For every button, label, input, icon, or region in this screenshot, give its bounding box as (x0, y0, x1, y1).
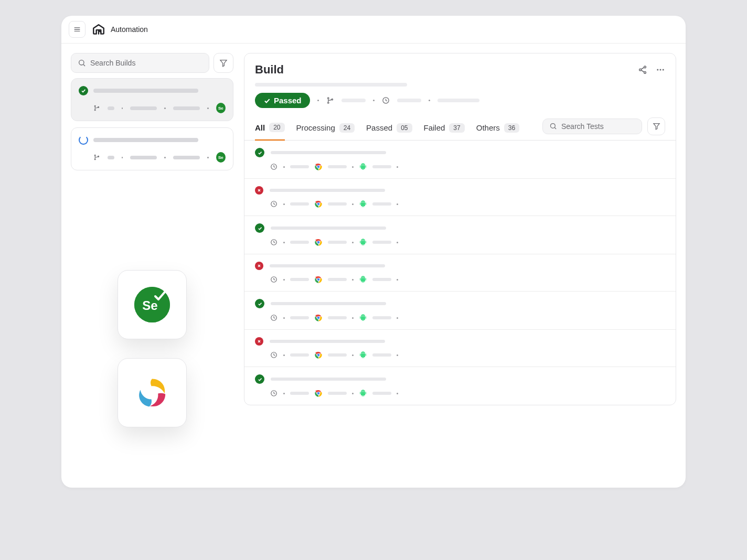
search-tests-placeholder: Search Tests (561, 122, 604, 131)
separator-dot (283, 393, 285, 394)
spinner-icon (79, 135, 88, 145)
clock-icon (270, 314, 278, 322)
skeleton (290, 353, 309, 357)
build-card[interactable]: Se (71, 78, 233, 121)
menu-button[interactable] (69, 21, 86, 38)
svg-rect-90 (366, 392, 366, 394)
svg-point-70 (364, 315, 364, 315)
skeleton (290, 316, 309, 319)
test-title-row (255, 223, 665, 233)
chrome-icon (314, 200, 323, 208)
separator-dot (352, 279, 354, 281)
more-button[interactable] (656, 65, 665, 74)
separator-dot (283, 242, 285, 243)
skeleton (271, 151, 386, 154)
logo: Automation (92, 23, 148, 36)
floating-logo-cards: Se (71, 270, 233, 427)
separator-dot (352, 242, 354, 243)
status-pass-icon (255, 374, 264, 384)
tab-all[interactable]: All 20 (255, 116, 285, 141)
search-builds-input[interactable]: Search Builds (71, 53, 209, 73)
svg-marker-28 (653, 124, 659, 130)
filter-icon (653, 122, 660, 130)
detail-header: Build Passed (244, 53, 676, 116)
chrome-icon (314, 275, 323, 284)
selenium-logo-icon: Se (134, 287, 170, 322)
skeleton (328, 165, 347, 168)
tab-label: Passed (366, 123, 392, 132)
build-card-title-row (79, 135, 226, 145)
svg-point-51 (362, 239, 362, 240)
tab-label: All (255, 123, 265, 132)
svg-point-6 (94, 105, 95, 106)
search-builds-placeholder: Search Builds (90, 59, 135, 67)
separator-dot (317, 100, 319, 101)
skeleton (372, 353, 391, 357)
filter-tests-button[interactable] (647, 117, 665, 135)
skeleton (271, 302, 386, 305)
separator-dot (207, 107, 209, 109)
skeleton (130, 106, 157, 110)
status-fail-icon (255, 186, 263, 195)
separator-dot (352, 354, 354, 356)
skeleton (290, 241, 309, 244)
chrome-icon (314, 238, 323, 246)
separator-dot (283, 166, 285, 168)
svg-point-7 (94, 110, 95, 111)
status-passed-pill: Passed (255, 93, 310, 108)
android-icon (359, 238, 367, 246)
status-pass-icon (255, 148, 264, 157)
svg-rect-53 (360, 241, 360, 243)
tab-processing[interactable]: Processing 24 (296, 117, 355, 140)
build-card-meta-row: Se (79, 103, 226, 113)
build-card[interactable]: Se (71, 127, 233, 170)
clock-icon (270, 389, 278, 397)
separator-dot (397, 242, 398, 243)
selenium-card: Se (118, 270, 187, 339)
skeleton (93, 138, 198, 142)
separator-dot (397, 203, 398, 205)
filter-builds-button[interactable] (214, 53, 233, 73)
share-button[interactable] (638, 65, 647, 74)
skeleton (372, 241, 391, 244)
separator-dot (397, 317, 398, 319)
right-column: Build Passed (244, 53, 676, 405)
tab-others[interactable]: Others 36 (476, 117, 519, 140)
status-pass-icon (255, 299, 264, 308)
test-row[interactable] (244, 330, 676, 367)
tab-failed[interactable]: Failed 37 (424, 117, 465, 140)
test-row[interactable] (244, 367, 676, 405)
skeleton (270, 189, 385, 192)
android-icon (359, 351, 367, 359)
test-row[interactable] (244, 141, 676, 179)
skeleton (173, 106, 200, 110)
separator-dot (122, 107, 123, 109)
share-icon (638, 65, 647, 74)
svg-point-62 (364, 276, 364, 277)
svg-point-61 (362, 276, 362, 277)
separator-dot (164, 157, 166, 158)
test-title-row (255, 374, 665, 384)
svg-point-79 (362, 352, 362, 352)
branch-icon (93, 154, 100, 161)
svg-point-88 (364, 390, 364, 391)
separator-dot (283, 203, 285, 205)
search-tests-input[interactable]: Search Tests (542, 119, 642, 134)
test-row[interactable] (244, 216, 676, 254)
test-row[interactable] (244, 254, 676, 292)
svg-point-19 (657, 69, 658, 71)
test-row[interactable] (244, 179, 676, 216)
separator-dot (352, 166, 354, 168)
skeleton (93, 89, 198, 93)
tab-count: 20 (269, 123, 284, 132)
detail-actions (638, 65, 665, 74)
separator-dot (352, 393, 354, 394)
test-meta-row (255, 163, 665, 171)
test-row[interactable] (244, 292, 676, 330)
logo-icon (92, 23, 105, 36)
tab-passed[interactable]: Passed 05 (366, 117, 412, 140)
test-meta-row (255, 351, 665, 359)
svg-point-3 (79, 60, 84, 65)
body: Search Builds (61, 44, 686, 437)
android-icon (359, 389, 367, 397)
